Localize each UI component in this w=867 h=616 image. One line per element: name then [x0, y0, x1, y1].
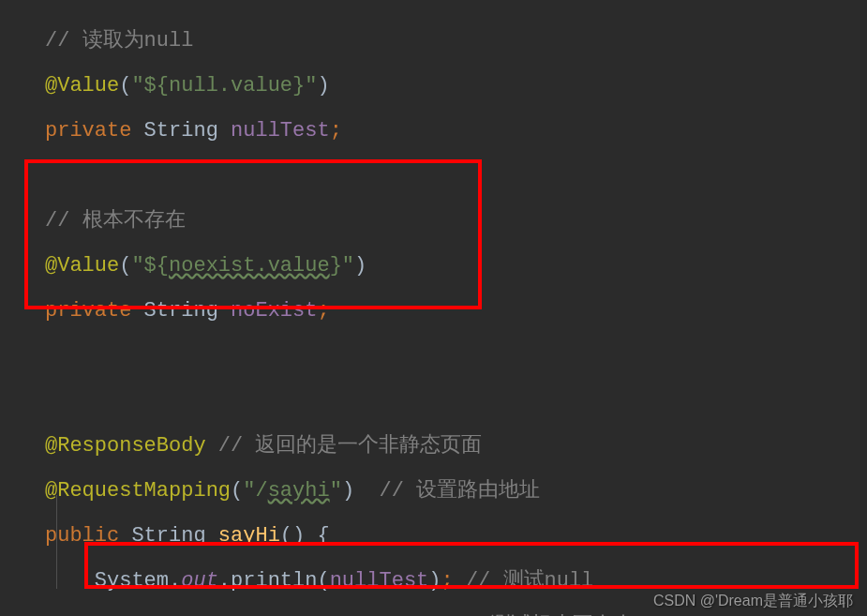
annotation: @Value — [45, 254, 119, 278]
code-block: // 读取为null @Value("${null.value}") priva… — [0, 19, 867, 616]
code-line: @RequestMapping("/sayhi") // 设置路由地址 — [45, 469, 867, 514]
code-line: public String sayHi() { — [45, 514, 867, 559]
string-literal: "${noexist.value}" — [131, 254, 354, 278]
code-line: private String nullTest; — [45, 109, 867, 154]
paren: ( — [119, 254, 131, 278]
paren: ( — [317, 569, 329, 593]
code-line: private String noExist; — [45, 289, 867, 334]
class-name: System — [95, 569, 169, 593]
paren: ) — [354, 254, 366, 278]
type: String — [131, 119, 231, 143]
semicolon: ; — [330, 119, 342, 143]
comment: // 测试null — [454, 569, 594, 593]
type: String — [131, 299, 231, 323]
method-call: println — [231, 569, 317, 593]
code-line: // 根本不存在 — [45, 199, 867, 244]
method-name: sayHi — [218, 524, 280, 548]
code-line: // 读取为null — [45, 19, 867, 64]
code-line: @ResponseBody // 返回的是一个非静态页面 — [45, 424, 867, 469]
field: noExist — [231, 299, 317, 323]
annotation: @RequestMapping — [45, 479, 231, 503]
paren: () { — [280, 524, 330, 548]
paren: ( — [231, 479, 243, 503]
paren: ) — [342, 479, 354, 503]
warning-underline: sayhi — [268, 479, 330, 503]
comment: // 设置路由地址 — [354, 479, 540, 503]
indent-guide — [56, 495, 57, 589]
blank-line — [45, 334, 867, 379]
code-line: @Value("${null.value}") — [45, 64, 867, 109]
keyword: private — [45, 299, 131, 323]
paren: ( — [119, 74, 131, 98]
annotation: @ResponseBody — [45, 434, 206, 458]
code-line: @Value("${noexist.value}") — [45, 244, 867, 289]
comment: // 读取为null — [45, 29, 193, 53]
watermark: CSDN @'Dream是普通小孩耶 — [653, 592, 853, 611]
blank-line — [45, 379, 867, 424]
argument: nullTest — [330, 569, 429, 593]
paren: ) — [428, 569, 441, 593]
blank-line — [45, 154, 867, 199]
type: String — [119, 524, 218, 548]
semicolon: ; — [317, 299, 329, 323]
semicolon: ; — [441, 569, 454, 593]
annotation: @Value — [45, 74, 119, 98]
comment: // 返回的是一个非静态页面 — [206, 434, 483, 458]
static-field: out — [181, 569, 218, 593]
string-literal: "${null.value}" — [131, 74, 317, 98]
paren: ) — [317, 74, 329, 98]
string-literal: "/sayhi" — [243, 479, 342, 503]
keyword: private — [45, 119, 131, 143]
warning-underline: noexist.value — [169, 254, 330, 278]
field: nullTest — [231, 119, 330, 143]
comment: // 根本不存在 — [45, 209, 186, 233]
